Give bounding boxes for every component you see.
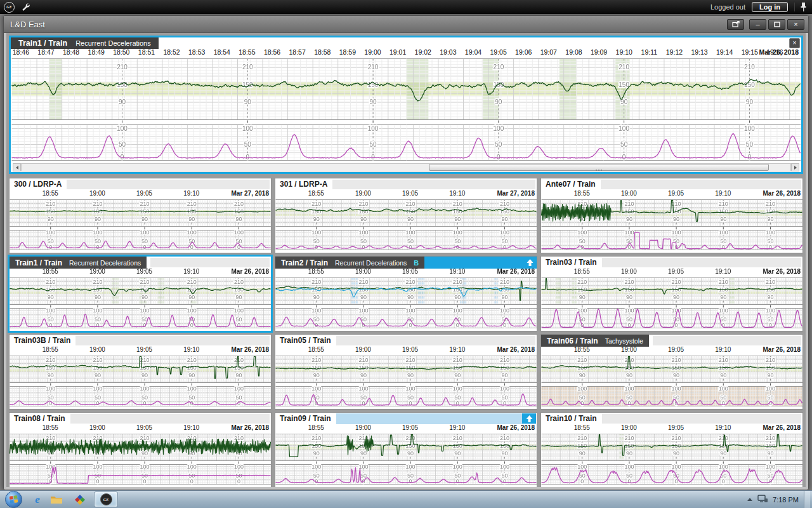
- tile-time-axis: 18:5519:0019:0519:10Mar 26, 2018: [541, 347, 802, 355]
- minimize-button[interactable]: –: [749, 19, 766, 30]
- scrollbar-thumb[interactable]: [429, 164, 768, 171]
- tile-time-label: 19:10: [715, 424, 731, 431]
- show-desktop-button[interactable]: [804, 491, 810, 508]
- log-in-button[interactable]: Log in: [752, 2, 788, 12]
- tray-expand-icon[interactable]: [747, 498, 752, 501]
- tile-time-axis: 18:5519:0019:0519:10Mar 26, 2018: [541, 190, 802, 199]
- tile-header-bar: [336, 336, 535, 345]
- main-chart-time-label: 18:53: [188, 48, 205, 56]
- tile-time-label: 18:55: [43, 346, 58, 353]
- tile-time-label: 19:00: [621, 346, 637, 353]
- tile-time-label: 18:55: [574, 268, 590, 275]
- tile-time-axis: 18:5519:0019:0519:10Mar 26, 2018: [275, 269, 537, 277]
- main-chart-time-label: 19:16: [766, 48, 783, 56]
- monitor-tile[interactable]: Train03 / Train18:5519:0019:0519:10Mar 2…: [540, 256, 803, 331]
- start-button[interactable]: [5, 491, 22, 508]
- taskbar-app-centricity[interactable]: [68, 491, 92, 507]
- monitor-tile[interactable]: Train1 / TrainRecurrent Decelerations18:…: [9, 256, 272, 331]
- taskbar-app-ge-monitor[interactable]: GE: [94, 491, 118, 507]
- tile-date: Mar 27, 2018: [232, 190, 270, 197]
- tile-chart-canvas: [275, 355, 537, 409]
- monitor-tile[interactable]: Train06 / TrainTachysystole18:5519:0019:…: [540, 334, 803, 410]
- taskbar: e GE 7:18 PM: [0, 490, 812, 508]
- main-chart-tab: Train1 / Train Recurrent Decelerations: [11, 37, 159, 49]
- tile-header: Train06 / TrainTachysystole: [541, 335, 802, 347]
- tile-title: 301 / LDRP-A: [275, 178, 329, 190]
- tile-time-label: 19:10: [449, 346, 465, 353]
- tile-time-label: 19:10: [449, 268, 465, 275]
- tile-time-label: 18:55: [43, 268, 58, 275]
- monitor-tile[interactable]: Train2 / TrainRecurrent DecelerationsB18…: [275, 256, 537, 331]
- internet-explorer-icon[interactable]: e: [28, 492, 47, 507]
- main-chart-time-label: 18:54: [214, 48, 230, 56]
- main-chart-header: Train1 / Train Recurrent Decelerations ×: [11, 37, 801, 49]
- tile-header-bar: [424, 257, 537, 269]
- escalation-up-arrow-icon[interactable]: [522, 413, 536, 424]
- main-chart-close-icon[interactable]: ×: [789, 38, 800, 48]
- monitor-tile[interactable]: Train03B / Train18:5519:0019:0519:10Mar …: [9, 334, 272, 410]
- tile-time-axis: 18:5519:0019:0519:10Mar 26, 2018: [541, 269, 802, 277]
- tile-time-label: 18:55: [308, 190, 324, 197]
- tile-alert-tab: Train2 / TrainRecurrent DecelerationsB: [275, 257, 424, 269]
- system-tray: 7:18 PM: [747, 491, 812, 508]
- tile-title: Train03B / Train: [10, 335, 72, 347]
- window-titlebar[interactable]: L&D East – ×: [4, 16, 808, 33]
- maximize-button[interactable]: [768, 19, 785, 30]
- tile-chart-canvas: [10, 199, 271, 253]
- tile-time-label: 19:00: [89, 346, 105, 353]
- tile-time-label: 19:10: [715, 190, 731, 197]
- main-chart-title: Train1 / Train: [18, 39, 67, 48]
- tile-chart-canvas: [541, 433, 802, 487]
- tile-chart-canvas: [275, 199, 537, 253]
- main-chart-time-label: 18:58: [314, 48, 331, 56]
- main-chart-time-label: 19:03: [440, 48, 456, 56]
- tile-header: 300 / LDRP-A: [10, 178, 271, 190]
- main-strip-chart[interactable]: Train1 / Train Recurrent Decelerations ×…: [9, 36, 803, 174]
- tile-time-label: 19:00: [355, 424, 371, 431]
- pin-icon[interactable]: [794, 3, 807, 11]
- main-chart-time-axis: Mar 26, 2018 18:4618:4718:4818:4918:5018…: [11, 49, 801, 57]
- tile-time-label: 19:00: [621, 268, 637, 275]
- scrollbar-track[interactable]: [21, 163, 791, 171]
- tile-title: Train08 / Train: [10, 413, 67, 425]
- monitor-tile[interactable]: Train10 / Train18:5519:0019:0519:10Mar 2…: [540, 412, 803, 487]
- tile-chart-canvas: [541, 355, 802, 409]
- main-chart-time-label: 19:02: [415, 48, 431, 56]
- monitor-tile[interactable]: Train05 / Train18:5519:0019:0519:10Mar 2…: [275, 334, 537, 410]
- main-chart-time-label: 18:52: [163, 48, 180, 56]
- main-chart-time-label: 18:48: [63, 48, 79, 56]
- tile-header-bar: [336, 413, 536, 424]
- tile-header-bar: [75, 336, 270, 345]
- main-chart-time-label: 18:51: [138, 48, 155, 56]
- main-chart-time-label: 19:05: [490, 48, 506, 56]
- tools-wrench-icon[interactable]: [21, 3, 30, 11]
- tile-date: Mar 26, 2018: [232, 424, 270, 431]
- taskbar-clock[interactable]: 7:18 PM: [773, 496, 799, 504]
- main-chart-scrollbar[interactable]: [13, 163, 799, 171]
- tile-title: Train09 / Train: [275, 413, 332, 425]
- tile-time-label: 18:55: [574, 424, 590, 431]
- monitor-tile[interactable]: 300 / LDRP-A18:5519:0019:0519:10Mar 27, …: [9, 178, 272, 253]
- tile-header: Train2 / TrainRecurrent DecelerationsB: [275, 257, 537, 269]
- tile-time-axis: 18:5519:0019:0519:10Mar 26, 2018: [10, 425, 271, 433]
- tile-time-label: 19:00: [89, 268, 105, 275]
- scroll-left-button[interactable]: [13, 163, 21, 171]
- tile-time-label: 19:00: [355, 268, 371, 275]
- tile-time-label: 19:10: [449, 190, 465, 197]
- close-button[interactable]: ×: [787, 19, 804, 30]
- main-chart-time-label: 19:13: [691, 48, 707, 56]
- monitor-tile[interactable]: Ante07 / Train18:5519:0019:0519:10Mar 26…: [540, 178, 803, 253]
- tile-header: Train10 / Train: [541, 413, 802, 425]
- monitor-tile[interactable]: Train08 / Train18:5519:0019:0519:10Mar 2…: [9, 412, 272, 487]
- popout-button[interactable]: [727, 19, 744, 30]
- scroll-right-button[interactable]: [791, 163, 799, 171]
- tile-header-bar: [332, 180, 535, 189]
- monitor-tile[interactable]: 301 / LDRP-A18:5519:0019:0519:10Mar 27, …: [275, 178, 537, 253]
- escalation-up-arrow-icon[interactable]: [525, 258, 534, 267]
- file-explorer-icon[interactable]: [47, 492, 66, 507]
- network-display-icon[interactable]: [757, 494, 768, 505]
- main-chart-time-label: 19:00: [364, 48, 381, 56]
- tile-chart-canvas: [541, 277, 802, 331]
- tile-time-label: 19:00: [89, 190, 105, 197]
- monitor-tile[interactable]: Train09 / Train18:5519:0019:0519:10Mar 2…: [275, 412, 537, 487]
